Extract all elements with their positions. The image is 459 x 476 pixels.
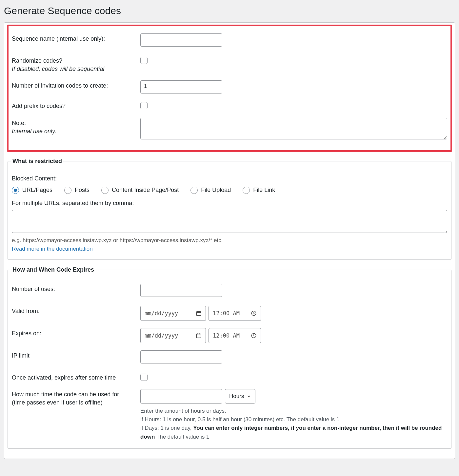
chevron-down-icon [246, 394, 252, 399]
blocked-content-label: Blocked Content: [12, 175, 447, 182]
ip-limit-label: IP limit [12, 350, 136, 360]
page-title: Generate Sequence codes [4, 5, 455, 16]
randomize-label-text: Randomize codes? [12, 57, 62, 64]
expires-legend: How and When Code Expires [11, 266, 95, 273]
note-hint: Internal use only. [12, 127, 136, 135]
svg-rect-2 [196, 334, 201, 338]
radio-file-upload-label: File Upload [201, 187, 231, 194]
radio-icon [12, 187, 19, 194]
clock-icon [251, 310, 257, 316]
valid-from-time-placeholder: 12:00 AM [213, 310, 240, 317]
valid-from-date-placeholder: mm/dd/yyyy [145, 310, 178, 317]
expires-fieldset: How and When Code Expires Number of uses… [8, 266, 451, 449]
duration-unit-select[interactable]: Hours [225, 389, 255, 404]
urls-hint: e.g. https://wpmayor-access.instawp.xyz … [12, 237, 447, 244]
duration-desc-3c: The default value is 1 [155, 434, 209, 440]
clock-icon [251, 333, 257, 339]
note-label: Note: Internal use only. [12, 118, 136, 135]
duration-label-line1: How much time the code can be used for [12, 391, 119, 398]
duration-desc-3a: if Days: 1 is one day, [140, 425, 193, 431]
radio-content-inside-label: Content Inside Page/Post [112, 187, 179, 194]
randomize-label: Randomize codes? If disabled, codes will… [12, 55, 136, 73]
sequence-name-label: Sequence name (internal use only): [12, 33, 136, 43]
radio-file-link[interactable]: File Link [243, 187, 275, 194]
restricted-fieldset: What is restricted Blocked Content: URL/… [8, 158, 451, 260]
radio-file-upload[interactable]: File Upload [190, 187, 231, 194]
duration-desc-1: Enter the amount of hours or days. [140, 407, 447, 415]
prefix-checkbox[interactable] [140, 102, 148, 109]
svg-rect-0 [196, 311, 201, 315]
radio-icon [64, 187, 71, 194]
sequence-name-input[interactable] [140, 33, 222, 47]
restricted-legend: What is restricted [11, 158, 63, 165]
calendar-icon [196, 310, 202, 316]
radio-url-pages-label: URL/Pages [22, 187, 52, 194]
expires-on-label: Expires on: [12, 328, 136, 338]
expires-on-time-input[interactable]: 12:00 AM [209, 328, 261, 343]
note-label-text: Note: [12, 120, 26, 126]
valid-from-label: Valid from: [12, 306, 136, 315]
count-label: Number of invitation codes to create: [12, 80, 136, 90]
blocked-content-radios: URL/Pages Posts Content Inside Page/Post… [12, 187, 447, 194]
prefix-label: Add prefix to codes? [12, 101, 136, 110]
urls-textarea[interactable] [12, 210, 447, 233]
radio-file-link-label: File Link [253, 187, 275, 194]
once-activated-label: Once activated, expires after some time [12, 372, 136, 382]
radio-icon [190, 187, 198, 194]
valid-from-time-input[interactable]: 12:00 AM [209, 306, 261, 321]
sequence-settings-box: Sequence name (internal use only): Rando… [7, 25, 452, 152]
radio-posts-label: Posts [75, 187, 90, 194]
duration-label: How much time the code can be used for (… [12, 389, 136, 407]
urls-label: For multiple URLs, separated them by com… [12, 200, 447, 207]
duration-label-line2: (time passes even if user is offline) [12, 399, 103, 406]
duration-description: Enter the amount of hours or days. if Ho… [140, 407, 447, 441]
duration-unit-label: Hours [229, 393, 244, 400]
main-panel: Sequence name (internal use only): Rando… [4, 22, 455, 459]
radio-icon [243, 187, 250, 194]
once-activated-checkbox[interactable] [140, 374, 148, 381]
randomize-hint: If disabled, codes will be sequential [12, 65, 136, 73]
expires-on-date-input[interactable]: mm/dd/yyyy [140, 328, 206, 343]
duration-desc-2: if Hours: 1 is one hour, 0.5 is half an … [140, 415, 447, 424]
ip-limit-input[interactable] [140, 350, 222, 363]
radio-url-pages[interactable]: URL/Pages [12, 187, 52, 194]
valid-from-date-input[interactable]: mm/dd/yyyy [140, 306, 206, 321]
randomize-checkbox[interactable] [140, 57, 148, 64]
uses-input[interactable] [140, 284, 222, 297]
radio-icon [101, 187, 109, 194]
uses-label: Number of uses: [12, 284, 136, 293]
documentation-link[interactable]: Read more in the documentation [12, 246, 93, 252]
expires-on-time-placeholder: 12:00 AM [213, 332, 240, 339]
duration-input[interactable] [140, 389, 222, 404]
count-input[interactable]: 1 [140, 80, 222, 93]
calendar-icon [196, 333, 202, 339]
expires-on-date-placeholder: mm/dd/yyyy [145, 332, 178, 339]
duration-desc-3: if Days: 1 is one day, You can enter onl… [140, 424, 447, 441]
note-textarea[interactable] [140, 118, 447, 139]
radio-content-inside[interactable]: Content Inside Page/Post [101, 187, 179, 194]
radio-posts[interactable]: Posts [64, 187, 90, 194]
